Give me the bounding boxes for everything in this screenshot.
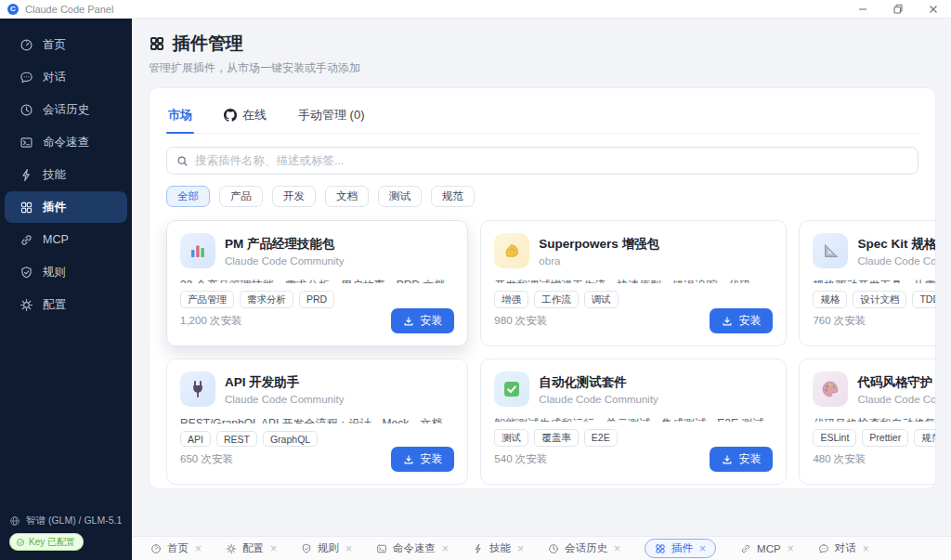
search-input[interactable] (195, 154, 908, 167)
bottom-tab-chat[interactable]: 对话 × (818, 541, 869, 555)
sidebar-footer: 智谱 (GLM) / GLM-5.1 (... Key 已配置 (0, 507, 132, 560)
close-tab-icon[interactable]: × (195, 542, 202, 555)
download-icon (403, 454, 414, 465)
bottom-tab-label: 对话 (835, 541, 856, 555)
bottom-tab-label: 首页 (167, 541, 189, 555)
bottom-tab-settings[interactable]: 配置 × (226, 541, 277, 555)
filter-chip-test[interactable]: 测试 (378, 186, 422, 207)
bottom-tab-plugins[interactable]: 插件 × (645, 539, 716, 558)
close-tab-icon[interactable]: × (270, 542, 277, 555)
sidebar-item-skills[interactable]: 技能 (5, 159, 127, 190)
tab-label: 手动管理 (0) (298, 107, 365, 124)
sidebar-item-rules[interactable]: 规则 (5, 256, 127, 288)
install-count: 1,200 次安装 (180, 314, 241, 328)
install-count: 980 次安装 (494, 314, 547, 328)
bottom-tab-history[interactable]: 会话历史 × (548, 541, 620, 555)
plugin-card[interactable]: PM 产品经理技能包 Claude Code Community 33 个产品管… (166, 220, 468, 346)
sidebar-item-chat[interactable]: 对话 (5, 61, 127, 93)
plugin-description: 开发和调试增强工作流：快速原型、错误追踪、代码... (494, 278, 773, 283)
maximize-icon[interactable] (892, 3, 905, 16)
bottom-tab-home[interactable]: 首页 × (150, 541, 202, 555)
plugin-card[interactable]: Superpowers 增强包 obra 开发和调试增强工作流：快速原型、错误追… (480, 220, 787, 346)
install-button[interactable]: 安装 (710, 308, 773, 333)
plugin-card[interactable]: 自动化测试套件 Claude Code Community 智能测试生成和运行：… (480, 358, 787, 485)
plugin-tag: GraphQL (263, 431, 318, 447)
page-subtitle: 管理扩展插件，从市场一键安装或手动添加 (149, 60, 936, 76)
tab-label: 在线 (242, 107, 267, 124)
panel-tabs: 市场 在线 手动管理 (0) (166, 99, 918, 134)
plugin-name: Spec Kit 规格工具包 (857, 236, 936, 253)
plugin-author: Claude Code Community (539, 394, 658, 405)
filter-chip-docs[interactable]: 文档 (325, 186, 369, 207)
key-badge-label: Key 已配置 (29, 536, 75, 549)
bottom-tab-rules[interactable]: 规则 × (301, 541, 352, 555)
bottom-tab-bar: 首页 × 配置 × 规则 × 命令速查 × 技能 × (132, 536, 951, 560)
tab-market[interactable]: 市场 (166, 99, 194, 133)
bottom-tab-commands[interactable]: 命令速查 × (376, 541, 449, 555)
install-count: 540 次安装 (494, 452, 547, 466)
api-key-status-badge: Key 已配置 (9, 533, 84, 551)
close-tab-icon[interactable]: × (699, 542, 706, 555)
bottom-tab-label: 规则 (318, 541, 339, 555)
grid-icon (20, 201, 33, 215)
sidebar-item-history[interactable]: 会话历史 (5, 94, 127, 125)
close-tab-icon[interactable]: × (345, 542, 352, 555)
plugin-tag: API (180, 431, 211, 447)
filter-chip-standard[interactable]: 规范 (431, 186, 475, 207)
sidebar-item-label: 配置 (43, 297, 66, 313)
globe-icon (9, 515, 20, 527)
close-tab-icon[interactable]: × (614, 542, 620, 555)
close-icon[interactable] (927, 3, 940, 16)
plugin-card[interactable]: Spec Kit 规格工具包 Claude Code Community 规格驱… (799, 220, 936, 346)
plugin-tag: 调试 (584, 291, 619, 308)
plugin-card[interactable]: API 开发助手 Claude Code Community REST/Grap… (166, 358, 468, 485)
minimize-icon[interactable] (856, 3, 869, 16)
filter-chip-all[interactable]: 全部 (166, 186, 210, 207)
bottom-tab-label: MCP (757, 543, 781, 554)
search-icon (176, 155, 189, 167)
tab-label: 市场 (168, 107, 192, 124)
filter-chip-dev[interactable]: 开发 (272, 186, 316, 207)
plugin-tag: 产品管理 (180, 291, 234, 308)
close-tab-icon[interactable]: × (517, 542, 524, 555)
plugin-author: Claude Code Community (225, 394, 344, 405)
bottom-tab-label: 配置 (242, 541, 264, 555)
close-tab-icon[interactable]: × (788, 542, 794, 555)
plugin-tag: 设计文档 (853, 291, 906, 308)
plugin-name: PM 产品经理技能包 (225, 236, 344, 253)
tab-manual[interactable]: 手动管理 (0) (296, 99, 367, 133)
install-button[interactable]: 安装 (391, 308, 454, 333)
plugin-card[interactable]: 代码风格守护 Claude Code Community 代码风格检查和自动修复… (799, 358, 936, 485)
plugin-tag: PRD (299, 291, 334, 308)
bottom-tab-mcp[interactable]: MCP × (740, 542, 794, 555)
install-count: 480 次安装 (813, 452, 866, 466)
install-button[interactable]: 安装 (391, 447, 454, 472)
download-icon (722, 316, 733, 327)
filter-chip-product[interactable]: 产品 (219, 186, 263, 207)
sidebar-item-label: 对话 (43, 70, 66, 85)
model-indicator[interactable]: 智谱 (GLM) / GLM-5.1 (... (9, 514, 123, 527)
plugin-tag: REST (216, 431, 257, 447)
plugin-author: obra (539, 255, 659, 267)
close-tab-icon[interactable]: × (863, 542, 869, 555)
sidebar-item-label: 技能 (43, 167, 66, 183)
plugin-name: 代码风格守护 (857, 374, 936, 391)
shield-icon (301, 543, 312, 554)
plugin-tag: ESLint (813, 429, 856, 447)
sidebar-item-home[interactable]: 首页 (5, 29, 127, 60)
search-box[interactable] (166, 147, 918, 175)
lightning-icon (20, 168, 33, 182)
sidebar-item-mcp[interactable]: MCP (5, 224, 127, 255)
bottom-tab-skills[interactable]: 技能 × (473, 541, 524, 555)
install-button[interactable]: 安装 (710, 447, 773, 472)
check-circle-icon (16, 538, 25, 547)
gauge-icon (20, 38, 33, 52)
plugin-description: 规格驱动开发工具：从需求到实现的完整工作流，自... (813, 278, 936, 283)
plugin-tag: TDD (912, 291, 936, 308)
sidebar-item-commands[interactable]: 命令速查 (5, 126, 127, 158)
palette-icon (813, 371, 848, 407)
tab-online[interactable]: 在线 (222, 99, 268, 133)
close-tab-icon[interactable]: × (442, 542, 449, 555)
sidebar-item-settings[interactable]: 配置 (5, 289, 127, 320)
sidebar-item-plugins[interactable]: 插件 (5, 191, 127, 223)
